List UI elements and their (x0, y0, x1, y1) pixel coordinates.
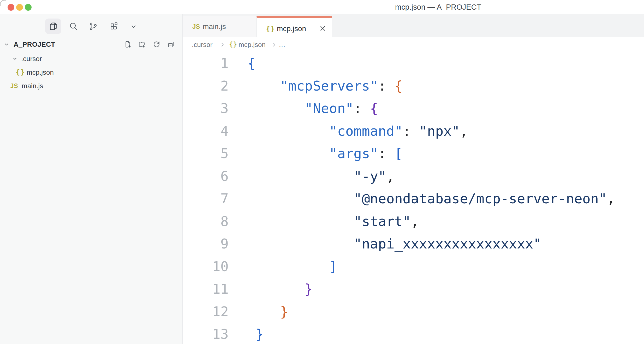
code-content: "args": [ (329, 146, 403, 161)
code-content: } (305, 281, 313, 297)
chevron-right-icon (219, 41, 226, 48)
code-line[interactable]: 10] (183, 255, 644, 278)
line-number: 12 (183, 304, 229, 319)
extensions-icon[interactable] (109, 22, 119, 31)
chevron-down-icon[interactable] (3, 41, 10, 48)
sidebar-item-mcp-json[interactable]: {} mcp.json (0, 66, 182, 79)
code-content: "command": "npx", (329, 123, 468, 139)
code-editor[interactable]: 1{2"mcpServers": {3"Neon": {4"command": … (183, 52, 644, 344)
breadcrumb-item-ellipsis[interactable]: … (279, 37, 285, 52)
zoom-window-button[interactable] (25, 4, 32, 11)
code-line[interactable]: 4"command": "npx", (183, 120, 644, 143)
sidebar-more-chevron-down-icon[interactable] (130, 23, 138, 31)
close-window-button[interactable] (8, 4, 14, 11)
chevron-right-icon (271, 41, 278, 48)
source-control-icon[interactable] (88, 22, 98, 31)
code-content: "mcpServers": { (280, 78, 403, 94)
javascript-file-icon: JS (10, 79, 18, 93)
collapse-folders-icon[interactable] (167, 40, 175, 48)
close-tab-icon[interactable] (319, 25, 327, 32)
project-root-label: A_PROJECT (14, 38, 55, 51)
line-number: 13 (183, 326, 229, 342)
line-number: 9 (183, 236, 229, 252)
tab-label: main.js (203, 16, 226, 37)
file-label: mcp.json (27, 66, 54, 79)
code-content: "-y", (354, 168, 395, 184)
line-number: 6 (183, 168, 229, 184)
line-number: 1 (183, 55, 229, 71)
line-number: 2 (183, 78, 229, 94)
breadcrumb-item-cursor[interactable]: .cursor (192, 37, 212, 52)
json-file-icon: {} (266, 18, 275, 39)
code-content: ] (329, 259, 337, 274)
code-line[interactable]: 7"@neondatabase/mcp-server-neon", (183, 187, 644, 210)
minimize-window-button[interactable] (16, 4, 23, 11)
code-content: "start", (354, 213, 419, 229)
json-file-icon: {} (229, 37, 237, 52)
line-number: 10 (183, 259, 229, 274)
code-content: "napi_xxxxxxxxxxxxxxxx" (354, 236, 541, 252)
code-content: } (255, 326, 264, 342)
line-number: 8 (183, 213, 229, 229)
tab-main-js[interactable]: JS main.js (183, 16, 257, 37)
line-number: 3 (183, 100, 229, 116)
folder-label: .cursor (21, 52, 42, 66)
explorer-root-row[interactable]: A_PROJECT (0, 38, 182, 51)
code-content: "Neon": { (305, 100, 378, 116)
explorer-files-icon[interactable] (49, 22, 58, 31)
line-number: 5 (183, 146, 229, 161)
file-label: main.js (22, 79, 43, 93)
code-line[interactable]: 13} (183, 323, 644, 344)
search-icon[interactable] (69, 22, 78, 31)
line-number: 11 (183, 281, 229, 297)
json-file-icon: {} (16, 66, 25, 79)
sidebar: A_PROJECT (0, 14, 183, 344)
breadcrumb-item-mcp-json[interactable]: mcp.json (238, 37, 266, 52)
javascript-file-icon: JS (192, 16, 200, 37)
chevron-down-icon[interactable] (12, 56, 18, 62)
code-line[interactable]: 11} (183, 278, 644, 300)
line-number: 7 (183, 191, 229, 206)
code-line[interactable]: 8"start", (183, 210, 644, 233)
tab-bar: JS main.js {} mcp.json (183, 14, 644, 37)
code-content: "@neondatabase/mcp-server-neon", (354, 191, 615, 206)
code-content: { (247, 55, 255, 71)
tab-mcp-json[interactable]: {} mcp.json (257, 16, 332, 39)
refresh-explorer-icon[interactable] (153, 40, 160, 48)
code-line[interactable]: 2"mcpServers": { (183, 75, 644, 97)
code-line[interactable]: 12} (183, 300, 644, 323)
code-line[interactable]: 5"args": [ (183, 142, 644, 165)
code-line[interactable]: 6"-y", (183, 165, 644, 188)
breadcrumb: .cursor {} mcp.json … (183, 37, 644, 52)
code-line[interactable]: 9"napi_xxxxxxxxxxxxxxxx" (183, 233, 644, 255)
line-number: 4 (183, 123, 229, 139)
window-title: mcp.json — A_PROJECT (395, 0, 481, 14)
new-file-icon[interactable] (124, 40, 132, 48)
code-line[interactable]: 1{ (183, 52, 644, 75)
title-bar: mcp.json — A_PROJECT (0, 0, 644, 15)
tab-label: mcp.json (277, 18, 306, 39)
code-line[interactable]: 3"Neon": { (183, 97, 644, 120)
code-content: } (280, 304, 288, 319)
sidebar-item-main-js[interactable]: JS main.js (0, 79, 182, 93)
sidebar-item-cursor-folder[interactable]: .cursor (0, 52, 182, 66)
new-folder-icon[interactable] (138, 40, 146, 48)
